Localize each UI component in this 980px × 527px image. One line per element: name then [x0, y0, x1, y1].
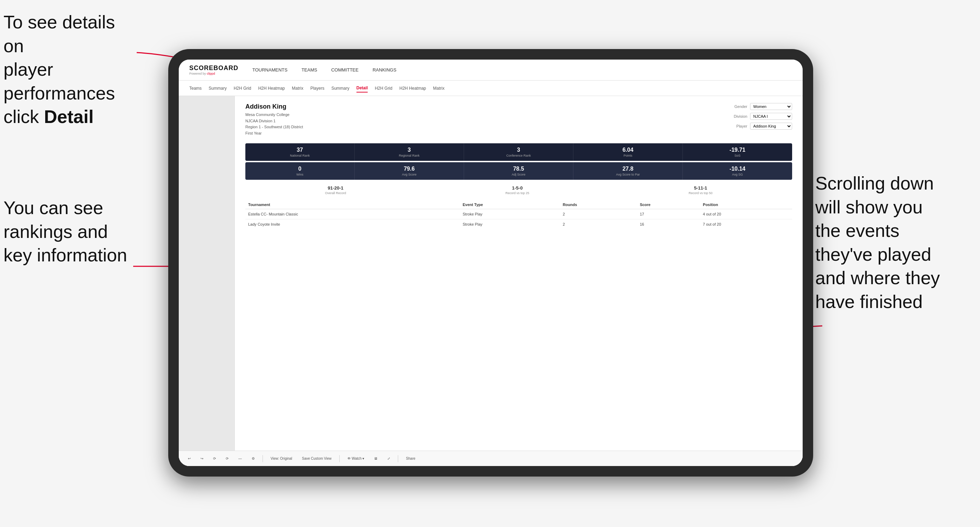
logo-clippd: clippd [207, 72, 215, 75]
nav-committee[interactable]: COMMITTEE [331, 66, 359, 74]
record-top50-label: Record vs top 50 [689, 191, 713, 195]
logo-area: SCOREBOARD Powered by clippd [189, 65, 238, 75]
stat-regional-rank-label: Regional Rank [358, 154, 461, 157]
subnav-h2hheatmap2[interactable]: H2H Heatmap [399, 84, 426, 92]
stat-national-rank-label: National Rank [248, 154, 352, 157]
col-position: Position [700, 200, 792, 209]
stat-avg-score-par: 27.8 Avg Score to Par [573, 162, 683, 180]
toolbar-divider2 [339, 455, 340, 462]
subnav-h2hgrid2[interactable]: H2H Grid [375, 84, 392, 92]
stat-national-rank-value: 37 [248, 147, 352, 153]
subnav-h2hheatmap[interactable]: H2H Heatmap [258, 84, 285, 92]
tournament-table-body: Estella CC- Mountain Classic Stroke Play… [245, 209, 792, 230]
records-row: 91-20-1 Overall Record 1-5-0 Record vs t… [245, 185, 792, 195]
gender-control-row: Gender Women Men [728, 103, 792, 110]
row1-rounds: 2 [560, 209, 637, 219]
col-event-type: Event Type [460, 200, 560, 209]
record-top25-label: Record vs top 25 [506, 191, 529, 195]
player-control-row: Player Addison King [728, 123, 792, 130]
stat-points: 6.04 Points [573, 143, 683, 161]
annotation-r-line1: Scrolling down [815, 173, 934, 194]
annotation-bl-line2: rankings and [3, 221, 108, 242]
toolbar-view-original[interactable]: View: Original [269, 456, 294, 462]
top-nav-items: TOURNAMENTS TEAMS COMMITTEE RANKINGS [252, 66, 396, 74]
row2-rounds: 2 [560, 219, 637, 230]
col-score: Score [637, 200, 700, 209]
stat-sos: -19.71 SoS [683, 143, 792, 161]
stat-points-label: Points [576, 154, 679, 157]
toolbar-save-custom[interactable]: Save Custom View [300, 456, 334, 462]
stat-avg-score: 79.6 Avg Score [355, 162, 464, 180]
row1-position: 4 out of 20 [700, 209, 792, 219]
annotation-bl-line3: key information [3, 245, 127, 265]
gender-select[interactable]: Women Men [750, 103, 792, 110]
annotation-r-line4: they've played [815, 244, 931, 265]
subnav-summary[interactable]: Summary [208, 84, 226, 92]
annotation-bottomleft: You can see rankings and key information [3, 196, 137, 267]
stat-adj-score: 78.5 Adj Score [464, 162, 573, 180]
player-region: Region 1 - Southwest (18) District [245, 124, 303, 130]
stat-avg-score-label: Avg Score [358, 173, 461, 176]
player-header: Addison King Mesa Community College NJCA… [245, 103, 792, 136]
stat-conference-rank-label: Conference Rank [467, 154, 570, 157]
player-name: Addison King [245, 103, 303, 110]
player-info: Addison King Mesa Community College NJCA… [245, 103, 303, 136]
stat-avg-score-par-label: Avg Score to Par [576, 173, 679, 176]
player-panel: Addison King Mesa Community College NJCA… [235, 96, 803, 466]
tournament-table: Tournament Event Type Rounds Score Posit… [245, 200, 792, 229]
main-content: Addison King Mesa Community College NJCA… [179, 96, 803, 466]
tablet-frame: SCOREBOARD Powered by clippd TOURNAMENTS… [168, 49, 813, 476]
nav-tournaments[interactable]: TOURNAMENTS [252, 66, 287, 74]
row2-tournament: Lady Coyote Invite [245, 219, 460, 230]
player-school: Mesa Community College [245, 112, 303, 118]
annotation-topleft: To see details on player performances cl… [3, 11, 137, 129]
annotation-line1: To see details on [3, 12, 115, 56]
toolbar-settings[interactable]: ⚙ [250, 456, 257, 462]
record-top25: 1-5-0 Record vs top 25 [506, 185, 529, 195]
annotation-line3-prefix: click [3, 106, 44, 127]
bottom-toolbar: ↩ ↪ ⟳ ⟳ — ⚙ View: Original Save Custom V… [235, 451, 803, 466]
tournament-table-header-row: Tournament Event Type Rounds Score Posit… [245, 200, 792, 209]
stat-points-value: 6.04 [576, 147, 679, 153]
stats-row2: 0 Wins 79.6 Avg Score 78.5 Adj Score 27.… [245, 162, 792, 180]
player-ctrl-label: Player [728, 124, 747, 128]
stat-avg-sg-value: -10.14 [686, 166, 789, 172]
nav-rankings[interactable]: RANKINGS [372, 66, 396, 74]
player-division: NJCAA Division 1 [245, 118, 303, 124]
subnav-matrix[interactable]: Matrix [292, 84, 304, 92]
toolbar-screen[interactable]: 🖥 [372, 456, 380, 462]
record-overall: 91-20-1 Overall Record [325, 185, 346, 195]
annotation-r-line3: the events [815, 221, 899, 241]
subnav-h2hgrid[interactable]: H2H Grid [234, 84, 251, 92]
subnav-teams[interactable]: Teams [189, 84, 202, 92]
toolbar-minus[interactable]: — [236, 456, 244, 462]
row2-event-type: Stroke Play [460, 219, 560, 230]
tournament-table-head: Tournament Event Type Rounds Score Posit… [245, 200, 792, 209]
toolbar-watch[interactable]: 👁 Watch ▾ [345, 456, 367, 462]
stat-adj-score-value: 78.5 [467, 166, 570, 172]
annotation-detail-bold: Detail [44, 106, 94, 127]
player-controls: Gender Women Men Division NJCAA I NJCAA … [728, 103, 792, 136]
division-select[interactable]: NJCAA I NJCAA II [750, 113, 792, 120]
toolbar-divider1 [262, 455, 263, 462]
player-select[interactable]: Addison King [750, 123, 792, 130]
stat-sos-value: -19.71 [686, 147, 789, 153]
stat-national-rank: 37 National Rank [245, 143, 355, 161]
subnav-summary2[interactable]: Summary [331, 84, 349, 92]
subnav-detail[interactable]: Detail [356, 84, 368, 92]
col-tournament: Tournament [245, 200, 460, 209]
toolbar-share[interactable]: Share [404, 456, 417, 462]
nav-teams[interactable]: TEAMS [301, 66, 317, 74]
player-year: First Year [245, 130, 303, 137]
annotation-bl-line1: You can see [3, 198, 103, 218]
subnav-matrix2[interactable]: Matrix [433, 84, 445, 92]
stats-row1: 37 National Rank 3 Regional Rank 3 Confe… [245, 143, 792, 161]
toolbar-expand[interactable]: ⤢ [385, 456, 392, 462]
annotation-r-line2: will show you [815, 197, 923, 217]
stat-conference-rank: 3 Conference Rank [464, 143, 573, 161]
subnav-players[interactable]: Players [310, 84, 324, 92]
stat-wins: 0 Wins [245, 162, 355, 180]
record-top50: 5-11-1 Record vs top 50 [689, 185, 713, 195]
table-row: Lady Coyote Invite Stroke Play 2 16 7 ou… [245, 219, 792, 230]
stat-regional-rank: 3 Regional Rank [355, 143, 464, 161]
